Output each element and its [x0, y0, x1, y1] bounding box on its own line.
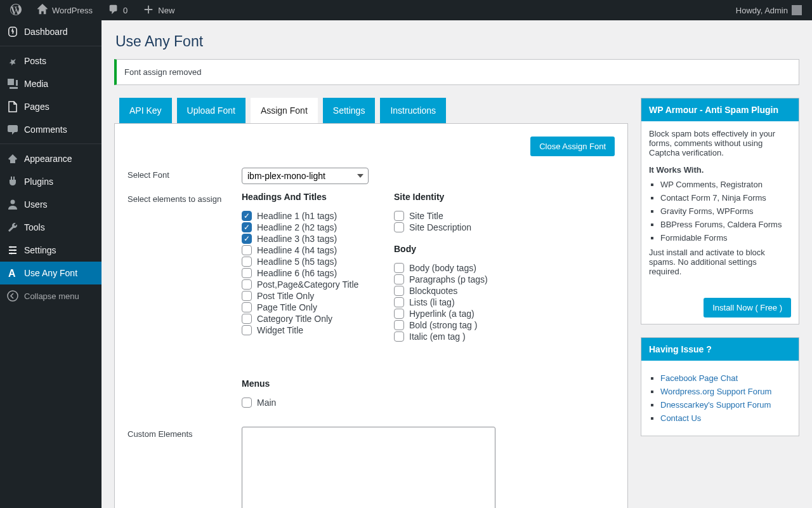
- checkbox-label: Blockquotes: [409, 286, 457, 296]
- collapse-label: Collapse menu: [24, 291, 79, 301]
- collapse-icon: [6, 290, 19, 302]
- checkbox[interactable]: [242, 211, 252, 221]
- checkbox-label: Post,Page&Category Title: [257, 279, 358, 290]
- sidebar-item-settings[interactable]: Settings: [0, 239, 102, 262]
- checkbox[interactable]: [394, 309, 404, 319]
- site-name-menu[interactable]: WordPress: [32, 0, 98, 20]
- appearance-icon: [6, 152, 19, 165]
- checkbox-row[interactable]: Category Title Only: [242, 314, 369, 324]
- account-menu[interactable]: Howdy, Admin: [731, 0, 807, 20]
- checkbox-row[interactable]: Body (body tags): [394, 263, 521, 273]
- sidebar-item-pages[interactable]: Pages: [0, 95, 102, 118]
- checkbox-row[interactable]: Lists (li tag): [394, 297, 521, 307]
- checkbox[interactable]: [394, 222, 404, 232]
- tabs: API KeyUpload FontAssign FontSettingsIns…: [119, 98, 628, 123]
- sidebar-item-posts[interactable]: Posts: [0, 50, 102, 72]
- comment-icon: [108, 4, 119, 17]
- checkbox[interactable]: [242, 245, 252, 255]
- checkbox-row[interactable]: Site Description: [394, 222, 521, 232]
- svg-text:A: A: [8, 268, 16, 279]
- checkbox-row[interactable]: Hyperlink (a tag): [394, 309, 521, 319]
- support-link[interactable]: Wordpress.org Support Forum: [660, 387, 771, 396]
- checkbox-row[interactable]: Post,Page&Category Title: [242, 279, 369, 290]
- checkbox-label: Headline 1 (h1 tags): [257, 211, 337, 221]
- checkbox[interactable]: [242, 234, 252, 244]
- checkbox-row[interactable]: Main: [242, 398, 615, 408]
- avatar: [792, 5, 802, 15]
- support-link[interactable]: Facebook Page Chat: [660, 373, 738, 383]
- howdy-label: Howdy, Admin: [736, 6, 788, 15]
- select-elements-label: Select elements to assign: [128, 192, 242, 419]
- sidebar-item-media[interactable]: Media: [0, 72, 102, 95]
- checkbox[interactable]: [242, 302, 252, 312]
- wp-armour-outro: Just install and activate to block spams…: [649, 248, 791, 276]
- checkbox-row[interactable]: Headline 1 (h1 tags): [242, 211, 369, 221]
- group-headings-and-titles: Headings And TitlesHeadline 1 (h1 tags)H…: [242, 192, 369, 335]
- collapse-menu-button[interactable]: Collapse menu: [0, 284, 102, 307]
- checkbox-label: Italic (em tag ): [409, 331, 466, 342]
- checkbox-row[interactable]: Italic (em tag ): [394, 331, 521, 342]
- group-site-identity: Site IdentitySite TitleSite Description: [394, 192, 521, 232]
- checkbox-row[interactable]: Page Title Only: [242, 302, 369, 312]
- sidebar-item-comments[interactable]: Comments: [0, 118, 102, 141]
- admin-toolbar: WordPress 0 New Howdy, Admin: [0, 0, 812, 20]
- install-now-button[interactable]: Install Now ( Free ): [704, 298, 791, 318]
- tab-upload-font[interactable]: Upload Font: [177, 98, 246, 123]
- checkbox[interactable]: [242, 268, 252, 278]
- tab-api-key[interactable]: API Key: [119, 98, 172, 123]
- main-content: Use Any Font Font assign removed API Key…: [102, 20, 812, 508]
- checkbox[interactable]: [394, 286, 404, 296]
- tab-settings[interactable]: Settings: [323, 98, 376, 123]
- checkbox-row[interactable]: Headline 6 (h6 tags): [242, 268, 369, 278]
- checkbox[interactable]: [394, 263, 404, 273]
- sidebar-item-users[interactable]: Users: [0, 193, 102, 216]
- sidebar-item-tools[interactable]: Tools: [0, 216, 102, 239]
- admin-sidebar: DashboardPostsMediaPagesCommentsAppearan…: [0, 20, 102, 508]
- select-font-dropdown[interactable]: ibm-plex-mono-light: [242, 168, 369, 184]
- wp-logo-menu[interactable]: [5, 0, 27, 20]
- checkbox[interactable]: [394, 274, 404, 284]
- sidebar-item-label: Comments: [24, 124, 67, 135]
- checkbox-row[interactable]: Bold (strong tag ): [394, 320, 521, 330]
- checkbox[interactable]: [242, 257, 252, 267]
- group-title: Menus: [242, 378, 615, 389]
- checkbox-row[interactable]: Headline 4 (h4 tags): [242, 245, 369, 255]
- checkbox-label: Headline 3 (h3 tags): [257, 234, 337, 244]
- sidebar-item-plugins[interactable]: Plugins: [0, 170, 102, 193]
- checkbox[interactable]: [242, 325, 252, 335]
- plugin-icon: [6, 175, 19, 188]
- checkbox[interactable]: [242, 279, 252, 290]
- checkbox-label: Body (body tags): [409, 263, 476, 273]
- comment-icon: [6, 123, 19, 136]
- sidebar-item-appearance[interactable]: Appearance: [0, 147, 102, 170]
- group-title: Body: [394, 244, 521, 254]
- custom-elements-textarea[interactable]: [242, 427, 495, 508]
- checkbox[interactable]: [394, 320, 404, 330]
- sidebar-item-dashboard[interactable]: Dashboard: [0, 20, 102, 43]
- checkbox[interactable]: [394, 211, 404, 221]
- new-content-menu[interactable]: New: [138, 0, 180, 20]
- checkbox-label: Widget Title: [257, 325, 303, 335]
- checkbox-row[interactable]: Site Title: [394, 211, 521, 221]
- checkbox[interactable]: [394, 297, 404, 307]
- checkbox-row[interactable]: Headline 5 (h5 tags): [242, 257, 369, 267]
- new-label: New: [158, 6, 174, 15]
- checkbox[interactable]: [242, 222, 252, 232]
- checkbox-row[interactable]: Paragraphs (p tags): [394, 274, 521, 284]
- checkbox-row[interactable]: Blockquotes: [394, 286, 521, 296]
- checkbox-row[interactable]: Headline 2 (h2 tags): [242, 222, 369, 232]
- checkbox[interactable]: [394, 331, 404, 342]
- support-link[interactable]: Contact Us: [660, 413, 701, 423]
- support-link[interactable]: Dnesscarkey's Support Forum: [660, 400, 771, 410]
- checkbox[interactable]: [242, 314, 252, 324]
- checkbox[interactable]: [242, 291, 252, 301]
- tab-assign-font[interactable]: Assign Font: [251, 98, 318, 123]
- tab-instructions[interactable]: Instructions: [380, 98, 446, 123]
- close-assign-font-button[interactable]: Close Assign Font: [530, 137, 615, 156]
- checkbox-row[interactable]: Headline 3 (h3 tags): [242, 234, 369, 244]
- comments-menu[interactable]: 0: [103, 0, 133, 20]
- sidebar-item-use-any-font[interactable]: AUse Any Font: [0, 262, 102, 284]
- checkbox-row[interactable]: Widget Title: [242, 325, 369, 335]
- checkbox-row[interactable]: Post Title Only: [242, 291, 369, 301]
- checkbox[interactable]: [242, 398, 252, 408]
